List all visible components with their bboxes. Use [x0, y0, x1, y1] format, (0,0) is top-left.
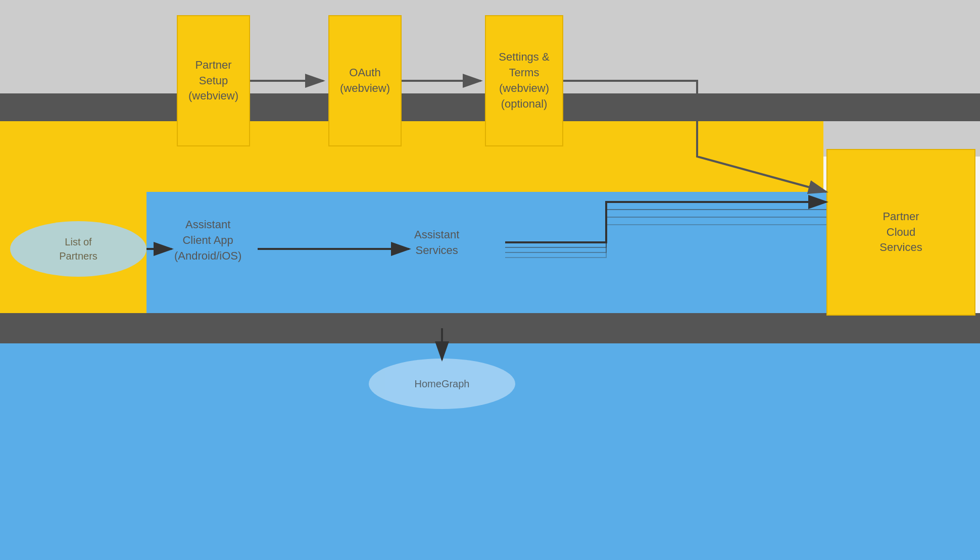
- homegraph-label: HomeGraph: [415, 377, 470, 391]
- box-oauth: OAuth(webview): [328, 15, 402, 146]
- box-settings-terms-label: Settings &Terms(webview)(optional): [499, 49, 549, 112]
- ellipse-homegraph: HomeGraph: [369, 359, 515, 409]
- label-assistant-client-app: AssistantClient App(Android/iOS): [174, 217, 241, 264]
- bg-dark-bottom: [0, 313, 980, 343]
- ellipse-list-of-partners: List ofPartners: [10, 221, 146, 277]
- box-partner-cloud-services-label: PartnerCloudServices: [879, 209, 922, 256]
- label-assistant-services: AssistantServices: [414, 227, 459, 259]
- box-partner-setup: PartnerSetup(webview): [177, 15, 250, 146]
- box-partner-setup-label: PartnerSetup(webview): [188, 58, 238, 104]
- box-partner-cloud-services: PartnerCloudServices: [826, 149, 975, 316]
- box-oauth-label: OAuth(webview): [340, 65, 390, 96]
- diagram-container: PartnerSetup(webview) OAuth(webview) Set…: [0, 0, 980, 560]
- box-settings-terms: Settings &Terms(webview)(optional): [485, 15, 563, 146]
- list-of-partners-label: List ofPartners: [59, 235, 97, 263]
